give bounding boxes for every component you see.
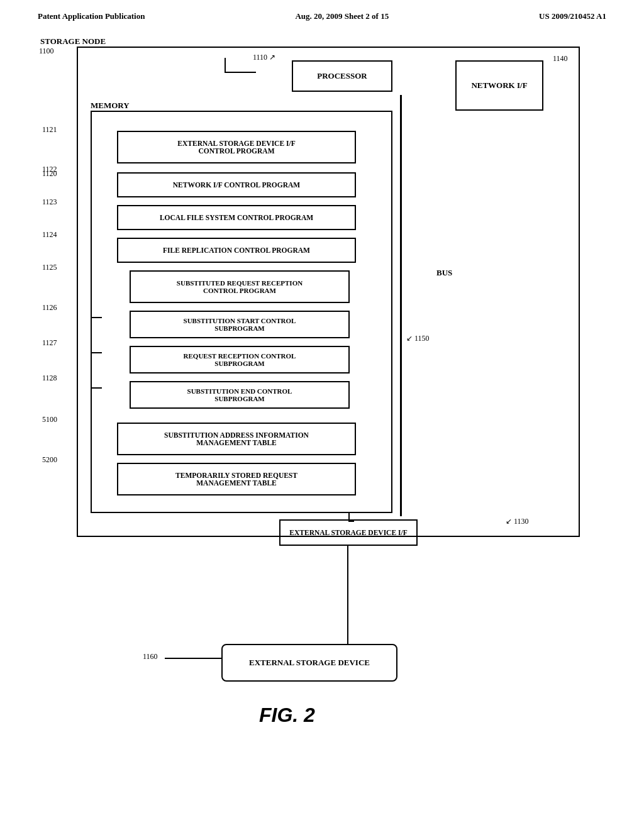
ref-1127: 1127: [42, 338, 57, 348]
processor-label: PROCESSOR: [317, 71, 367, 81]
prog-label-1124: FILE REPLICATION CONTROL PROGRAM: [163, 246, 310, 254]
prog-box-1128: SUBSTITUTION END CONTROLSUBPROGRAM: [130, 381, 350, 409]
conn-h-to-ext: [348, 521, 354, 522]
prog-label-1123: LOCAL FILE SYSTEM CONTROL PROGRAM: [160, 214, 313, 221]
page-header: Patent Application Publication Aug. 20, …: [0, 0, 644, 28]
bracket-1127: [91, 352, 102, 353]
prog-box-1121: EXTERNAL STORAGE DEVICE I/FCONTROL PROGR…: [117, 131, 356, 163]
conn-1110-v: [225, 58, 226, 73]
prog-label-1125: SUBSTITUTED REQUEST RECEPTIONCONTROL PRO…: [177, 279, 303, 294]
bus-label: BUS: [436, 268, 452, 278]
storage-node-label: STORAGE NODE: [40, 36, 106, 47]
processor-box: PROCESSOR: [292, 60, 392, 92]
prog-box-1123: LOCAL FILE SYSTEM CONTROL PROGRAM: [117, 205, 356, 230]
table-label-5200: TEMPORARILY STORED REQUESTMANAGEMENT TAB…: [175, 472, 297, 487]
table-label-5100: SUBSTITUTION ADDRESS INFORMATIONMANAGEME…: [164, 431, 309, 446]
ext-storage-if-label: EXTERNAL STORAGE DEVICE I/F: [289, 529, 407, 536]
ref-1100: 1100: [39, 47, 54, 56]
fig-label: FIG. 2: [259, 704, 315, 727]
prog-box-1122: NETWORK I/F CONTROL PROGRAM: [117, 172, 356, 197]
ref-1126: 1126: [42, 303, 57, 313]
bus-line: [400, 95, 402, 516]
ref-1121: 1121: [42, 125, 57, 135]
header-center: Aug. 20, 2009 Sheet 2 of 15: [295, 11, 389, 21]
network-if-label: NETWORK I/F: [471, 80, 527, 91]
ref-1124: 1124: [42, 230, 57, 240]
ref-1150: ↙ 1150: [406, 334, 430, 343]
diagram-area: STORAGE NODE PROCESSOR NETWORK I/F 1140 …: [39, 47, 605, 707]
ext-device-label: EXTERNAL STORAGE DEVICE: [249, 658, 370, 668]
ref-5200: 5200: [42, 455, 57, 465]
table-box-5200: TEMPORARILY STORED REQUESTMANAGEMENT TAB…: [117, 463, 356, 495]
ref-1160: 1160: [143, 652, 158, 661]
prog-box-1127: REQUEST RECEPTION CONTROLSUBPROGRAM: [130, 346, 350, 374]
ref-1123: 1123: [42, 197, 57, 207]
ext-storage-if-box: EXTERNAL STORAGE DEVICE I/F: [279, 519, 418, 546]
ref-1128: 1128: [42, 374, 57, 383]
prog-box-1125: SUBSTITUTED REQUEST RECEPTIONCONTROL PRO…: [130, 270, 350, 303]
conn-1110-h: [225, 72, 256, 73]
prog-label-1121: EXTERNAL STORAGE DEVICE I/FCONTROL PROGR…: [177, 140, 295, 155]
prog-label-1122: NETWORK I/F CONTROL PROGRAM: [173, 181, 300, 189]
conn-h-1160: [165, 658, 221, 659]
ref-1122: 1122: [42, 165, 57, 174]
prog-box-1126: SUBSTITUTION START CONTROLSUBPROGRAM: [130, 311, 350, 338]
conn-v-ext-if-to-device: [347, 545, 348, 645]
ext-device-box: EXTERNAL STORAGE DEVICE: [221, 644, 397, 682]
ref-5100: 5100: [42, 415, 57, 424]
header-right: US 2009/210452 A1: [539, 11, 606, 21]
prog-box-1124: FILE REPLICATION CONTROL PROGRAM: [117, 238, 356, 263]
bracket-1128: [91, 387, 102, 389]
ref-1130: ↙ 1130: [506, 517, 529, 526]
prog-label-1126: SUBSTITUTION START CONTROLSUBPROGRAM: [184, 317, 296, 332]
ref-1110: 1110 ↗: [253, 53, 275, 62]
ref-1140: 1140: [553, 54, 568, 64]
table-box-5100: SUBSTITUTION ADDRESS INFORMATIONMANAGEME…: [117, 423, 356, 455]
storage-node-box: STORAGE NODE PROCESSOR NETWORK I/F 1140 …: [77, 47, 580, 537]
prog-label-1127: REQUEST RECEPTION CONTROLSUBPROGRAM: [184, 352, 296, 367]
header-left: Patent Application Publication: [38, 11, 145, 21]
ref-1125: 1125: [42, 263, 57, 272]
prog-label-1128: SUBSTITUTION END CONTROLSUBPROGRAM: [187, 387, 292, 402]
memory-label: MEMORY: [91, 101, 130, 111]
network-if-box: NETWORK I/F: [455, 60, 543, 111]
memory-box: MEMORY EXTERNAL STORAGE DEVICE I/FCONTRO…: [91, 111, 392, 513]
bracket-1126: [91, 317, 102, 318]
